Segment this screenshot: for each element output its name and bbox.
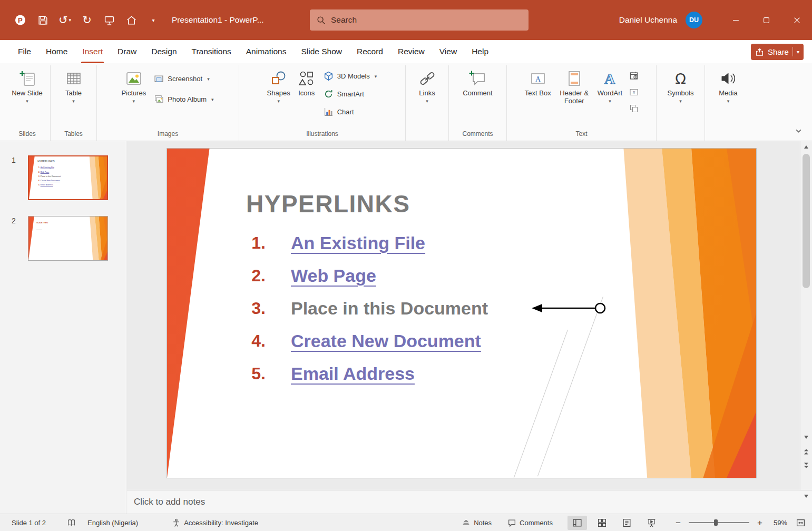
zoom-out-button[interactable]: −	[674, 518, 682, 527]
slide-sorter-view-button[interactable]	[592, 516, 612, 530]
photo-album-icon	[154, 94, 164, 104]
mini-bullet	[36, 230, 42, 230]
notes-placeholder[interactable]: Click to add notes	[134, 497, 205, 507]
minimize-button[interactable]	[720, 0, 751, 40]
slide-number-button[interactable]: #	[628, 86, 640, 98]
share-button[interactable]: Share ▾	[751, 44, 804, 60]
redo-button[interactable]: ↻	[76, 9, 98, 31]
normal-view-button[interactable]	[568, 516, 587, 530]
scroll-up-button[interactable]	[800, 141, 812, 153]
3d-models-button[interactable]: 3D Models ▾	[321, 70, 379, 82]
hyperlink-text[interactable]: Web Page	[291, 266, 376, 286]
start-slideshow-button[interactable]	[98, 9, 120, 31]
slide-thumbnail-1[interactable]: HYPERLINKS 1.An Existing File 2.Web Page…	[28, 155, 108, 200]
customize-quick-access-button[interactable]: ▾	[142, 9, 164, 31]
hyperlink-text[interactable]: Email Address	[291, 363, 415, 384]
search-input[interactable]	[331, 15, 522, 25]
hyperlink-text[interactable]: Create New Document	[291, 331, 481, 351]
zoom-in-button[interactable]: +	[756, 518, 764, 527]
smartart-button[interactable]: SmartArt	[321, 88, 379, 100]
tab-insert[interactable]: Insert	[75, 40, 110, 63]
links-button[interactable]: Links ▾	[415, 65, 440, 105]
slide-thumbnail-2[interactable]: SLIDE TWO	[28, 216, 108, 261]
reading-view-button[interactable]	[617, 516, 637, 530]
zoom-slider[interactable]	[689, 522, 749, 523]
accessibility-button[interactable]: Accessibility: Investigate	[172, 518, 258, 527]
slide-number-icon: #	[629, 87, 639, 97]
table-label: Table	[65, 90, 82, 97]
notes-scroll-down-button[interactable]	[804, 495, 808, 498]
zoom-slider-thumb[interactable]	[714, 519, 718, 526]
close-button[interactable]	[781, 0, 812, 40]
tab-record[interactable]: Record	[349, 40, 390, 63]
slideshow-view-button[interactable]	[642, 516, 661, 530]
tab-transitions[interactable]: Transitions	[184, 40, 239, 63]
fit-to-window-button[interactable]	[796, 518, 806, 528]
tab-view[interactable]: View	[432, 40, 464, 63]
vertical-scrollbar[interactable]	[800, 141, 812, 490]
tab-draw[interactable]: Draw	[110, 40, 144, 63]
symbols-button[interactable]: Ω Symbols ▾	[664, 65, 698, 105]
slide-sorter-icon	[597, 518, 607, 528]
slide-title[interactable]: HYPERLINKS	[246, 190, 410, 218]
pictures-button[interactable]: Pictures ▾	[118, 65, 150, 105]
notes-pane[interactable]: Click to add notes	[127, 490, 812, 514]
tab-animations[interactable]: Animations	[239, 40, 294, 63]
date-time-button[interactable]	[628, 70, 640, 82]
save-button[interactable]	[32, 9, 54, 31]
tab-home[interactable]: Home	[38, 40, 75, 63]
tab-slide-show[interactable]: Slide Show	[294, 40, 349, 63]
language-button[interactable]: English (Nigeria)	[87, 519, 138, 527]
avatar[interactable]: DU	[686, 12, 702, 28]
media-button[interactable]: Media ▾	[715, 65, 741, 105]
pictures-label: Pictures	[121, 90, 146, 97]
tab-design[interactable]: Design	[144, 40, 184, 63]
chevron-down-icon: ▾	[26, 99, 28, 104]
user-name[interactable]: Daniel Uchenna	[619, 15, 677, 25]
notes-toggle-label: Notes	[474, 519, 492, 527]
scrollbar-thumb[interactable]	[803, 154, 810, 288]
scroll-down-button[interactable]	[800, 431, 812, 443]
text-group: A Text Box Header & Footer A WordArt ▾	[507, 65, 657, 141]
chart-button[interactable]: Chart	[321, 106, 379, 118]
quick-access-toolbar: P ↺ ▾ ↻ ▾	[0, 9, 164, 31]
shapes-button[interactable]: Shapes ▾	[263, 65, 294, 105]
maximize-button[interactable]	[751, 0, 781, 40]
slide-indicator[interactable]: Slide 1 of 2	[12, 519, 46, 527]
undo-button[interactable]: ↺ ▾	[54, 9, 76, 31]
object-button[interactable]	[628, 103, 640, 114]
text-box-button[interactable]: A Text Box	[521, 65, 555, 99]
smartart-label: SmartArt	[337, 90, 364, 98]
comment-button[interactable]: Comment	[459, 65, 496, 99]
comments-icon	[507, 518, 516, 527]
wordart-button[interactable]: A WordArt ▾	[594, 65, 626, 105]
plain-text[interactable]: Place in this Document	[291, 298, 488, 319]
object-icon	[629, 104, 639, 113]
header-footer-button[interactable]: Header & Footer	[555, 65, 594, 106]
new-slide-button[interactable]: New Slide ▾	[8, 65, 46, 105]
tab-file[interactable]: File	[11, 40, 38, 63]
notes-toggle-button[interactable]: Notes	[462, 518, 492, 527]
chevron-down-icon[interactable]: ▾	[797, 49, 799, 55]
spell-check-icon	[67, 518, 76, 527]
next-slide-button[interactable]	[800, 459, 812, 471]
slideshow-icon	[104, 15, 115, 26]
collapse-ribbon-button[interactable]	[795, 127, 803, 136]
previous-slide-button[interactable]	[800, 446, 812, 457]
chart-icon	[324, 107, 334, 117]
hyperlink-text[interactable]: An Existing File	[291, 233, 425, 253]
photo-album-button[interactable]: Photo Album ▾	[152, 93, 216, 105]
zoom-level[interactable]: 59%	[774, 519, 787, 527]
media-icon	[719, 69, 737, 88]
icons-button[interactable]: Icons	[294, 65, 319, 99]
spell-check-button[interactable]	[67, 518, 76, 527]
slide-canvas[interactable]: HYPERLINKS 1. An Existing File 2. Web Pa…	[167, 148, 757, 478]
tab-review[interactable]: Review	[390, 40, 432, 63]
screenshot-button[interactable]: Screenshot ▾	[152, 73, 216, 85]
home-button[interactable]	[120, 9, 142, 31]
arrow-annotation[interactable]	[531, 298, 610, 319]
search-box[interactable]	[310, 9, 529, 31]
tab-help[interactable]: Help	[464, 40, 496, 63]
table-button[interactable]: Table ▾	[61, 65, 86, 105]
comments-toggle-button[interactable]: Comments	[507, 518, 553, 527]
